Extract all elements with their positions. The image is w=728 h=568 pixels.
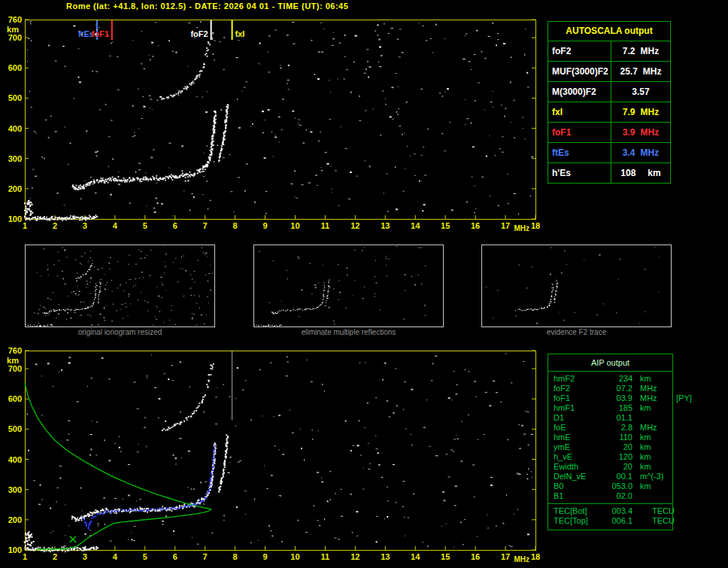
svg-text:9: 9 xyxy=(262,221,267,230)
svg-text:8: 8 xyxy=(233,221,238,230)
thumbnail-caption-original: original ionogram resized xyxy=(25,328,215,336)
svg-text:MHz: MHz xyxy=(514,224,529,232)
aip-value: 20 xyxy=(598,462,632,472)
svg-text:200: 200 xyxy=(8,515,22,524)
autoscala-table-rows: foF27.2MHzMUF(3000)F225.7MHzM(3000)F23.5… xyxy=(548,41,670,183)
thumbnail-original xyxy=(26,245,215,327)
autoscala-row-value: 7.9MHz xyxy=(611,102,670,122)
svg-text:17: 17 xyxy=(501,221,510,230)
svg-text:1: 1 xyxy=(23,221,27,230)
autoscala-row-label: foF2 xyxy=(548,41,611,61)
aip-row: hmE110km xyxy=(548,433,672,442)
plot-border xyxy=(26,351,536,551)
aip-extra xyxy=(672,403,676,413)
autoscala-output-table: AUTOSCALA output foF27.2MHzMUF(3000)F225… xyxy=(548,21,671,184)
aip-row: TEC[Bot]003.4TECU xyxy=(548,506,672,516)
aip-row: foF103.9MHz[PY] xyxy=(548,393,672,403)
autoscala-row: h'Es108km xyxy=(548,163,670,183)
aip-value: 20 xyxy=(598,442,632,452)
aip-unit: TECU xyxy=(632,506,672,516)
aip-unit xyxy=(632,491,672,501)
aip-unit: km xyxy=(632,433,672,442)
svg-text:17: 17 xyxy=(501,552,510,561)
aip-extra xyxy=(672,472,676,481)
aip-value: 006.1 xyxy=(598,516,632,526)
thumbnail-caption-evidence: evidence F2 trace xyxy=(481,328,672,336)
svg-text:16: 16 xyxy=(471,552,480,561)
svg-text:3: 3 xyxy=(83,221,87,230)
aip-value: 03.9 xyxy=(598,393,632,403)
aip-row: TEC[Top]006.1TECU xyxy=(548,516,672,526)
aip-row: D101.1 xyxy=(548,413,672,423)
aip-label: foE xyxy=(548,423,598,433)
aip-row: hmF2234km xyxy=(548,374,672,384)
aip-unit xyxy=(632,413,672,423)
svg-text:11: 11 xyxy=(321,221,330,230)
autoscala-row-value: 7.2MHz xyxy=(611,41,670,61)
aip-unit: m^(-3) xyxy=(632,472,672,481)
aip-extra xyxy=(672,384,676,393)
autoscala-row-label: h'Es xyxy=(548,163,611,183)
svg-text:km: km xyxy=(7,25,19,34)
thumbnail-evidence-f2 xyxy=(482,245,672,327)
aip-row: foF207.2MHz xyxy=(548,384,672,393)
aip-extra xyxy=(672,506,676,516)
thumbnail-caption-eliminate: eliminate multiple reflections xyxy=(253,328,444,336)
thumbnail-border xyxy=(482,245,672,327)
svg-text:2: 2 xyxy=(53,552,57,561)
aip-row: Ewidth20km xyxy=(548,462,672,472)
svg-text:700: 700 xyxy=(8,33,22,42)
aip-value: 053.0 xyxy=(598,481,632,491)
svg-text:5: 5 xyxy=(143,552,147,561)
aip-extra xyxy=(672,452,676,462)
svg-text:16: 16 xyxy=(471,221,480,230)
aip-extra xyxy=(672,442,676,452)
aip-label: h_vE xyxy=(548,452,598,462)
bottom-ionogram: 100200300400500600700760km12345678910111… xyxy=(7,346,540,563)
svg-text:200: 200 xyxy=(8,184,22,193)
aip-label: foF1 xyxy=(548,393,598,403)
autoscala-row: M(3000)F23.57 xyxy=(548,82,670,102)
aip-unit: km xyxy=(632,403,672,413)
aip-extra xyxy=(672,516,676,526)
aip-unit: km xyxy=(632,442,672,452)
aip-row: B0053.0km xyxy=(548,481,672,491)
aip-extra xyxy=(672,413,676,423)
autoscala-row: MUF(3000)F225.7MHz xyxy=(548,62,670,82)
aip-extra xyxy=(672,423,676,433)
svg-text:2: 2 xyxy=(53,221,57,230)
aip-unit: km xyxy=(632,462,672,472)
svg-text:14: 14 xyxy=(411,552,420,561)
svg-text:6: 6 xyxy=(173,221,177,230)
svg-text:6: 6 xyxy=(173,552,177,561)
svg-text:4: 4 xyxy=(113,221,118,230)
svg-text:4: 4 xyxy=(113,552,118,561)
aip-value: 003.4 xyxy=(598,506,632,516)
aip-table-header: AIP output xyxy=(548,354,672,372)
svg-text:18: 18 xyxy=(531,221,540,230)
aip-label: B0 xyxy=(548,481,598,491)
aip-tec-rows: TEC[Bot]003.4TECUTEC[Top]006.1TECU xyxy=(548,506,672,526)
svg-text:9: 9 xyxy=(262,552,267,561)
svg-text:foF2: foF2 xyxy=(190,29,208,38)
aip-extra xyxy=(672,491,676,501)
aip-unit: MHz xyxy=(632,384,672,393)
svg-text:400: 400 xyxy=(8,455,22,464)
autoscala-row: fxI7.9MHz xyxy=(548,102,670,123)
autoscala-row-label: ftEs xyxy=(548,143,611,163)
autoscala-table-header: AUTOSCALA output xyxy=(548,22,670,41)
aip-label: B1 xyxy=(548,491,598,501)
svg-text:500: 500 xyxy=(8,93,22,102)
autoscala-row: foF13.9MHz xyxy=(548,123,670,143)
aip-table-rows: hmF2234kmfoF207.2MHzfoF103.9MHz[PY]hmF11… xyxy=(548,374,672,501)
aip-label: DelN_vE xyxy=(548,472,598,481)
aip-row: ymE20km xyxy=(548,442,672,452)
svg-text:13: 13 xyxy=(381,221,390,230)
svg-text:11: 11 xyxy=(321,552,330,561)
autoscala-row: ftEs3.4MHz xyxy=(548,143,670,163)
svg-text:12: 12 xyxy=(350,552,359,561)
svg-text:3: 3 xyxy=(83,552,87,561)
svg-text:14: 14 xyxy=(411,221,420,230)
aip-unit: TECU xyxy=(632,516,672,526)
svg-text:foF1: foF1 xyxy=(92,29,109,38)
